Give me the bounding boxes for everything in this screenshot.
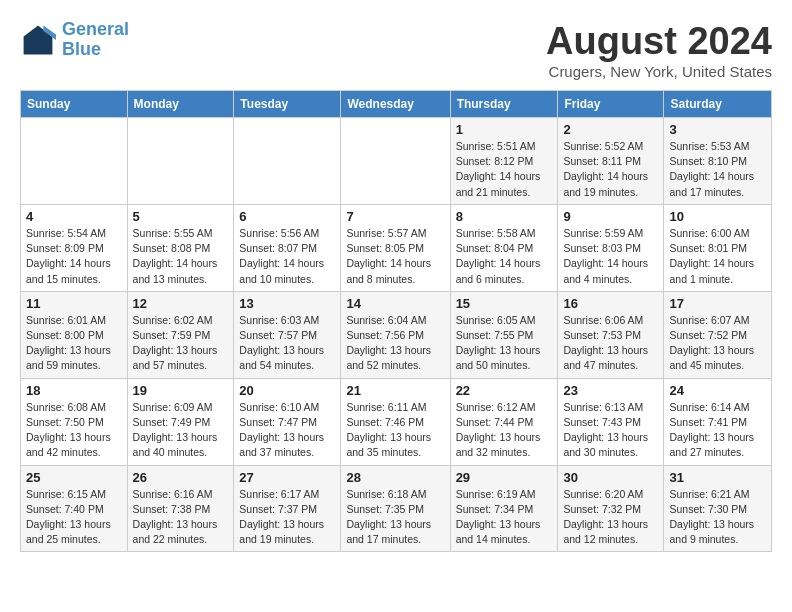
day-info: Sunrise: 6:07 AM Sunset: 7:52 PM Dayligh… xyxy=(669,313,766,374)
calendar-cell: 25Sunrise: 6:15 AM Sunset: 7:40 PM Dayli… xyxy=(21,465,128,552)
week-row-1: 4Sunrise: 5:54 AM Sunset: 8:09 PM Daylig… xyxy=(21,204,772,291)
calendar-cell: 3Sunrise: 5:53 AM Sunset: 8:10 PM Daylig… xyxy=(664,118,772,205)
day-number: 9 xyxy=(563,209,658,224)
week-row-2: 11Sunrise: 6:01 AM Sunset: 8:00 PM Dayli… xyxy=(21,291,772,378)
day-info: Sunrise: 6:06 AM Sunset: 7:53 PM Dayligh… xyxy=(563,313,658,374)
day-number: 13 xyxy=(239,296,335,311)
calendar-cell: 9Sunrise: 5:59 AM Sunset: 8:03 PM Daylig… xyxy=(558,204,664,291)
calendar-cell: 31Sunrise: 6:21 AM Sunset: 7:30 PM Dayli… xyxy=(664,465,772,552)
day-number: 22 xyxy=(456,383,553,398)
weekday-header-thursday: Thursday xyxy=(450,91,558,118)
day-number: 31 xyxy=(669,470,766,485)
day-number: 18 xyxy=(26,383,122,398)
calendar-cell: 14Sunrise: 6:04 AM Sunset: 7:56 PM Dayli… xyxy=(341,291,450,378)
logo-icon xyxy=(20,22,56,58)
calendar-cell: 6Sunrise: 5:56 AM Sunset: 8:07 PM Daylig… xyxy=(234,204,341,291)
day-number: 5 xyxy=(133,209,229,224)
day-info: Sunrise: 6:15 AM Sunset: 7:40 PM Dayligh… xyxy=(26,487,122,548)
day-number: 20 xyxy=(239,383,335,398)
week-row-4: 25Sunrise: 6:15 AM Sunset: 7:40 PM Dayli… xyxy=(21,465,772,552)
day-info: Sunrise: 5:52 AM Sunset: 8:11 PM Dayligh… xyxy=(563,139,658,200)
calendar-cell: 23Sunrise: 6:13 AM Sunset: 7:43 PM Dayli… xyxy=(558,378,664,465)
day-info: Sunrise: 6:00 AM Sunset: 8:01 PM Dayligh… xyxy=(669,226,766,287)
calendar-cell: 8Sunrise: 5:58 AM Sunset: 8:04 PM Daylig… xyxy=(450,204,558,291)
month-title: August 2024 xyxy=(546,20,772,63)
calendar-cell: 5Sunrise: 5:55 AM Sunset: 8:08 PM Daylig… xyxy=(127,204,234,291)
day-number: 19 xyxy=(133,383,229,398)
calendar-cell: 18Sunrise: 6:08 AM Sunset: 7:50 PM Dayli… xyxy=(21,378,128,465)
calendar-cell: 27Sunrise: 6:17 AM Sunset: 7:37 PM Dayli… xyxy=(234,465,341,552)
day-number: 1 xyxy=(456,122,553,137)
day-number: 3 xyxy=(669,122,766,137)
calendar-cell: 11Sunrise: 6:01 AM Sunset: 8:00 PM Dayli… xyxy=(21,291,128,378)
day-number: 16 xyxy=(563,296,658,311)
day-info: Sunrise: 5:51 AM Sunset: 8:12 PM Dayligh… xyxy=(456,139,553,200)
calendar-cell: 19Sunrise: 6:09 AM Sunset: 7:49 PM Dayli… xyxy=(127,378,234,465)
day-number: 10 xyxy=(669,209,766,224)
day-info: Sunrise: 5:54 AM Sunset: 8:09 PM Dayligh… xyxy=(26,226,122,287)
calendar-cell: 22Sunrise: 6:12 AM Sunset: 7:44 PM Dayli… xyxy=(450,378,558,465)
weekday-header-wednesday: Wednesday xyxy=(341,91,450,118)
day-info: Sunrise: 6:10 AM Sunset: 7:47 PM Dayligh… xyxy=(239,400,335,461)
day-info: Sunrise: 5:53 AM Sunset: 8:10 PM Dayligh… xyxy=(669,139,766,200)
weekday-header-saturday: Saturday xyxy=(664,91,772,118)
calendar-cell: 13Sunrise: 6:03 AM Sunset: 7:57 PM Dayli… xyxy=(234,291,341,378)
day-info: Sunrise: 5:59 AM Sunset: 8:03 PM Dayligh… xyxy=(563,226,658,287)
calendar-cell: 12Sunrise: 6:02 AM Sunset: 7:59 PM Dayli… xyxy=(127,291,234,378)
calendar-cell: 1Sunrise: 5:51 AM Sunset: 8:12 PM Daylig… xyxy=(450,118,558,205)
day-info: Sunrise: 5:56 AM Sunset: 8:07 PM Dayligh… xyxy=(239,226,335,287)
day-number: 24 xyxy=(669,383,766,398)
calendar-cell: 28Sunrise: 6:18 AM Sunset: 7:35 PM Dayli… xyxy=(341,465,450,552)
day-info: Sunrise: 6:21 AM Sunset: 7:30 PM Dayligh… xyxy=(669,487,766,548)
day-info: Sunrise: 6:05 AM Sunset: 7:55 PM Dayligh… xyxy=(456,313,553,374)
calendar-table: SundayMondayTuesdayWednesdayThursdayFrid… xyxy=(20,90,772,552)
calendar-cell: 2Sunrise: 5:52 AM Sunset: 8:11 PM Daylig… xyxy=(558,118,664,205)
day-number: 7 xyxy=(346,209,444,224)
day-number: 4 xyxy=(26,209,122,224)
day-info: Sunrise: 6:01 AM Sunset: 8:00 PM Dayligh… xyxy=(26,313,122,374)
page-header: General Blue August 2024 Crugers, New Yo… xyxy=(20,20,772,80)
calendar-cell: 15Sunrise: 6:05 AM Sunset: 7:55 PM Dayli… xyxy=(450,291,558,378)
calendar-cell: 16Sunrise: 6:06 AM Sunset: 7:53 PM Dayli… xyxy=(558,291,664,378)
weekday-header-row: SundayMondayTuesdayWednesdayThursdayFrid… xyxy=(21,91,772,118)
day-info: Sunrise: 6:19 AM Sunset: 7:34 PM Dayligh… xyxy=(456,487,553,548)
day-number: 21 xyxy=(346,383,444,398)
day-number: 11 xyxy=(26,296,122,311)
day-info: Sunrise: 6:12 AM Sunset: 7:44 PM Dayligh… xyxy=(456,400,553,461)
day-number: 25 xyxy=(26,470,122,485)
calendar-cell xyxy=(234,118,341,205)
day-info: Sunrise: 6:04 AM Sunset: 7:56 PM Dayligh… xyxy=(346,313,444,374)
day-number: 23 xyxy=(563,383,658,398)
day-number: 29 xyxy=(456,470,553,485)
day-info: Sunrise: 6:16 AM Sunset: 7:38 PM Dayligh… xyxy=(133,487,229,548)
day-number: 26 xyxy=(133,470,229,485)
location: Crugers, New York, United States xyxy=(546,63,772,80)
logo: General Blue xyxy=(20,20,129,60)
day-info: Sunrise: 6:20 AM Sunset: 7:32 PM Dayligh… xyxy=(563,487,658,548)
day-number: 17 xyxy=(669,296,766,311)
day-number: 27 xyxy=(239,470,335,485)
weekday-header-friday: Friday xyxy=(558,91,664,118)
week-row-0: 1Sunrise: 5:51 AM Sunset: 8:12 PM Daylig… xyxy=(21,118,772,205)
calendar-cell xyxy=(21,118,128,205)
weekday-header-sunday: Sunday xyxy=(21,91,128,118)
day-info: Sunrise: 6:18 AM Sunset: 7:35 PM Dayligh… xyxy=(346,487,444,548)
weekday-header-monday: Monday xyxy=(127,91,234,118)
day-number: 2 xyxy=(563,122,658,137)
day-info: Sunrise: 6:14 AM Sunset: 7:41 PM Dayligh… xyxy=(669,400,766,461)
day-info: Sunrise: 6:02 AM Sunset: 7:59 PM Dayligh… xyxy=(133,313,229,374)
day-info: Sunrise: 6:11 AM Sunset: 7:46 PM Dayligh… xyxy=(346,400,444,461)
calendar-cell: 4Sunrise: 5:54 AM Sunset: 8:09 PM Daylig… xyxy=(21,204,128,291)
calendar-cell: 20Sunrise: 6:10 AM Sunset: 7:47 PM Dayli… xyxy=(234,378,341,465)
title-block: August 2024 Crugers, New York, United St… xyxy=(546,20,772,80)
weekday-header-tuesday: Tuesday xyxy=(234,91,341,118)
calendar-cell: 10Sunrise: 6:00 AM Sunset: 8:01 PM Dayli… xyxy=(664,204,772,291)
day-number: 6 xyxy=(239,209,335,224)
calendar-cell: 17Sunrise: 6:07 AM Sunset: 7:52 PM Dayli… xyxy=(664,291,772,378)
day-info: Sunrise: 5:58 AM Sunset: 8:04 PM Dayligh… xyxy=(456,226,553,287)
day-info: Sunrise: 6:08 AM Sunset: 7:50 PM Dayligh… xyxy=(26,400,122,461)
day-info: Sunrise: 6:03 AM Sunset: 7:57 PM Dayligh… xyxy=(239,313,335,374)
day-number: 15 xyxy=(456,296,553,311)
calendar-cell: 7Sunrise: 5:57 AM Sunset: 8:05 PM Daylig… xyxy=(341,204,450,291)
day-info: Sunrise: 5:57 AM Sunset: 8:05 PM Dayligh… xyxy=(346,226,444,287)
